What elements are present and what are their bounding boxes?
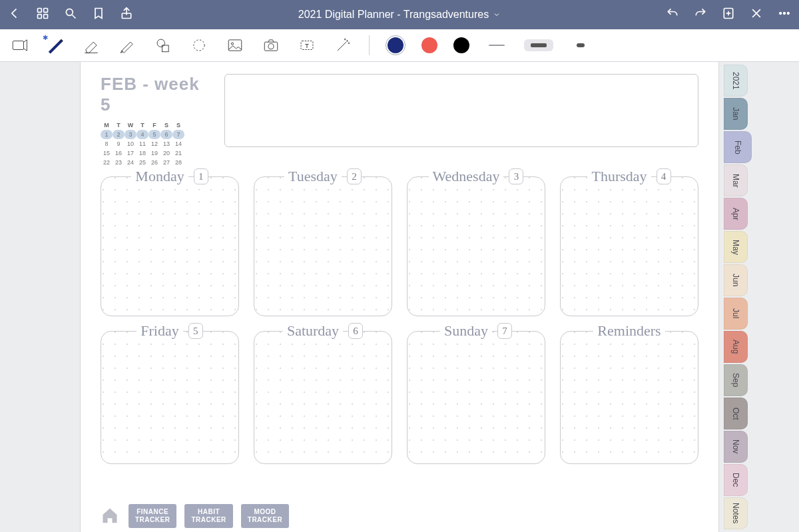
more-button[interactable] — [778, 7, 791, 23]
day-number: 3 — [509, 168, 523, 184]
tab-apr[interactable]: Apr — [724, 198, 748, 230]
add-page-button[interactable] — [722, 7, 735, 23]
pen-tool[interactable]: ✱ — [45, 35, 65, 55]
day-box-saturday[interactable]: Saturday6 — [254, 331, 392, 464]
document-title[interactable]: 2021 Digital Planner - Trangsadventures — [148, 9, 651, 21]
tab-mar[interactable]: Mar — [724, 164, 748, 196]
grid-view-button[interactable] — [36, 7, 49, 23]
chevron-down-icon — [493, 11, 501, 19]
color-red[interactable] — [421, 37, 437, 53]
day-box-monday[interactable]: Monday1 — [101, 176, 239, 316]
stroke-short[interactable] — [569, 43, 592, 47]
toolbar-divider — [369, 35, 370, 55]
redo-button[interactable] — [694, 7, 707, 23]
svg-point-12 — [780, 13, 782, 15]
color-black[interactable] — [453, 37, 469, 53]
side-tabs: 2021JanFebMarAprMayJunJulAugSepOctNovDec… — [724, 65, 752, 531]
week-notes-box[interactable] — [224, 74, 698, 147]
camera-tool[interactable] — [261, 35, 281, 55]
tab-sep[interactable]: Sep — [724, 364, 748, 396]
svg-point-17 — [157, 39, 164, 47]
titlebar: 2021 Digital Planner - Trangsadventures — [0, 0, 799, 29]
week-grid: Monday1Tuesday2Wednesday3Thursday4Friday… — [101, 176, 698, 464]
eraser-tool[interactable] — [81, 35, 101, 55]
svg-rect-22 — [264, 42, 278, 51]
day-number: 2 — [347, 168, 362, 184]
text-tool[interactable]: T — [297, 35, 317, 55]
day-name: Wednesday — [429, 168, 504, 185]
svg-point-21 — [231, 43, 233, 45]
svg-point-13 — [784, 13, 786, 15]
day-name: Monday — [131, 168, 188, 185]
tab-jun[interactable]: Jun — [724, 264, 748, 296]
workspace: 2021JanFebMarAprMayJunJulAugSepOctNovDec… — [0, 62, 799, 532]
bottom-row: FINANCETRACKERHABITTRACKERMOODTRACKER — [101, 504, 289, 528]
tab-nov[interactable]: Nov — [724, 431, 748, 463]
close-button[interactable] — [750, 7, 763, 23]
day-name: Tuesday — [284, 168, 342, 185]
document-title-text: 2021 Digital Planner - Trangsadventures — [298, 9, 489, 21]
svg-point-28 — [344, 39, 346, 40]
shapes-tool[interactable] — [153, 35, 173, 55]
svg-rect-15 — [13, 41, 23, 50]
tab-jan[interactable]: Jan — [724, 98, 748, 130]
day-number: 6 — [348, 323, 363, 339]
day-box-wednesday[interactable]: Wednesday3 — [407, 176, 545, 316]
day-number: 5 — [188, 323, 203, 339]
undo-button[interactable] — [666, 7, 679, 23]
day-name: Sunday — [440, 322, 492, 340]
mood-tracker-button[interactable]: MOODTRACKER — [241, 504, 289, 528]
svg-point-26 — [347, 41, 348, 42]
day-box-thursday[interactable]: Thursday4 — [560, 176, 698, 316]
stroke-thin[interactable] — [485, 45, 508, 46]
day-name: Thursday — [587, 168, 651, 185]
planner-page[interactable]: 2021JanFebMarAprMayJunJulAugSepOctNovDec… — [80, 62, 719, 532]
svg-point-14 — [788, 13, 790, 15]
toolbar: ✱ T — [0, 29, 799, 62]
finance-tracker-button[interactable]: FINANCETRACKER — [129, 504, 176, 528]
svg-rect-3 — [44, 15, 48, 19]
highlighter-tool[interactable] — [117, 35, 137, 55]
magic-tool[interactable] — [333, 35, 353, 55]
svg-point-27 — [348, 43, 350, 44]
search-button[interactable] — [64, 7, 77, 23]
svg-point-23 — [268, 44, 274, 49]
svg-text:T: T — [305, 42, 309, 49]
day-number: 1 — [194, 168, 208, 184]
svg-rect-20 — [228, 40, 242, 51]
color-selected[interactable] — [386, 35, 405, 55]
svg-point-19 — [194, 40, 204, 51]
svg-rect-1 — [44, 9, 48, 13]
habit-tracker-button[interactable]: HABITTRACKER — [184, 504, 232, 528]
tab-oct[interactable]: Oct — [724, 398, 748, 429]
share-button[interactable] — [120, 7, 133, 23]
bookmark-button[interactable] — [92, 7, 105, 23]
svg-rect-0 — [38, 9, 42, 13]
day-box-tuesday[interactable]: Tuesday2 — [254, 176, 392, 316]
tab-may[interactable]: May — [724, 231, 748, 263]
bluetooth-icon: ✱ — [43, 34, 48, 41]
svg-rect-2 — [38, 15, 42, 19]
svg-line-5 — [73, 15, 76, 19]
day-name: Friday — [136, 322, 182, 340]
day-name: Saturday — [283, 322, 343, 340]
day-box-reminders[interactable]: Reminders — [560, 331, 698, 464]
tab-dec[interactable]: Dec — [724, 464, 748, 496]
tab-feb[interactable]: Feb — [724, 131, 752, 163]
day-name: Reminders — [593, 322, 665, 340]
day-number: 7 — [497, 323, 512, 339]
image-tool[interactable] — [225, 35, 245, 55]
tab-jul[interactable]: Jul — [724, 298, 748, 330]
mini-calendar[interactable]: MTWTFSS123456789101112131415161718192021… — [101, 121, 207, 167]
tab-aug[interactable]: Aug — [724, 331, 748, 363]
day-box-friday[interactable]: Friday5 — [101, 331, 239, 464]
tab-2021[interactable]: 2021 — [724, 65, 748, 97]
day-number: 4 — [657, 168, 671, 184]
day-box-sunday[interactable]: Sunday7 — [407, 331, 545, 464]
home-button[interactable] — [101, 505, 119, 527]
lasso-tool[interactable] — [189, 35, 209, 55]
back-button[interactable] — [8, 7, 21, 23]
stroke-medium[interactable] — [524, 39, 553, 51]
tab-notes[interactable]: Notes — [724, 497, 748, 529]
readonly-toggle[interactable] — [9, 35, 29, 55]
